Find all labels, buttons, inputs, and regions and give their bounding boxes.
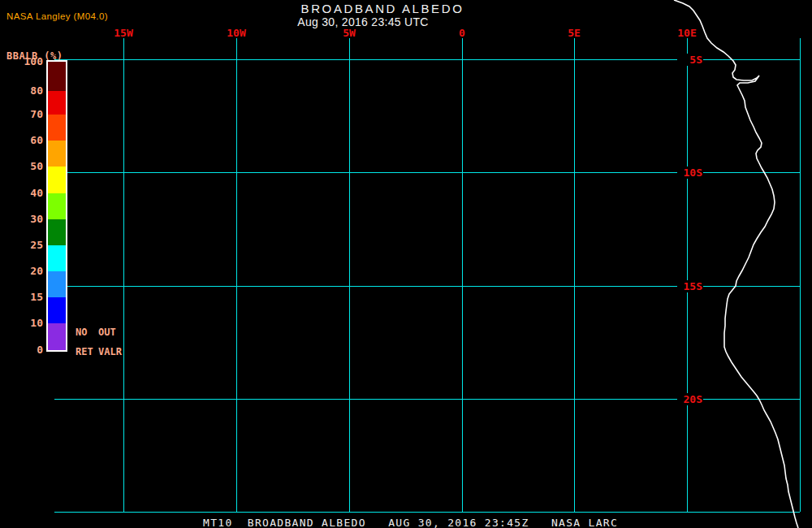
colorbar-segment xyxy=(48,115,66,141)
colorbar-segment xyxy=(48,193,66,219)
lon-label-5e: 5E xyxy=(568,27,581,39)
albedo-map-screen: NASA Langley (M04.0) BROADBAND ALBEDO Au… xyxy=(0,0,812,528)
legend-ret: RET xyxy=(76,346,93,357)
colorbar-segment xyxy=(48,297,66,323)
colorbar-segment xyxy=(48,323,66,350)
colorbar-tick-25: 25 xyxy=(6,239,43,251)
colorbar-tick-70: 70 xyxy=(6,108,43,120)
colorbar-tick-30: 30 xyxy=(6,213,43,225)
legend-out: OUT xyxy=(98,327,116,338)
colorbar-tick-15: 15 xyxy=(6,291,43,303)
lat-label-20s: 20S xyxy=(677,393,703,405)
colorbar-segment xyxy=(48,141,66,167)
lon-label-15w: 15W xyxy=(114,27,132,39)
colorbar-tick-40: 40 xyxy=(6,187,43,199)
lon-label-10w: 10W xyxy=(227,27,245,39)
legend-valr: VALR xyxy=(98,346,122,357)
lat-label-15s: 15S xyxy=(677,280,703,292)
latlon-grid xyxy=(54,38,800,512)
lon-label-0: 0 xyxy=(459,27,465,39)
footer-status-text: MT10 BROADBAND ALBEDO AUG 30, 2016 23:45… xyxy=(203,517,618,528)
colorbar-tick-10: 10 xyxy=(6,317,43,329)
map-canvas xyxy=(0,0,812,528)
colorbar-segment xyxy=(48,219,66,245)
colorbar-tick-60: 60 xyxy=(6,134,43,146)
lat-label-10s: 10S xyxy=(677,167,703,179)
colorbar-tick-100: 100 xyxy=(6,55,43,67)
colorbar-segment xyxy=(48,271,66,297)
colorbar-tick-80: 80 xyxy=(6,84,43,97)
colorbar-segment xyxy=(48,245,66,271)
colorbar-segment xyxy=(48,91,66,115)
colorbar-tick-0: 0 xyxy=(6,344,43,356)
colorbar-segment xyxy=(48,167,66,193)
legend-no: NO xyxy=(76,327,87,338)
colorbar-tick-50: 50 xyxy=(6,160,43,172)
colorbar-tick-20: 20 xyxy=(6,265,43,277)
lat-label-5s: 5S xyxy=(677,54,703,66)
lon-label-5w: 5W xyxy=(343,27,356,39)
lon-label-10e: 10E xyxy=(677,27,696,39)
colorbar-segment xyxy=(48,62,66,91)
coastline xyxy=(674,0,798,528)
colorbar xyxy=(46,60,67,352)
